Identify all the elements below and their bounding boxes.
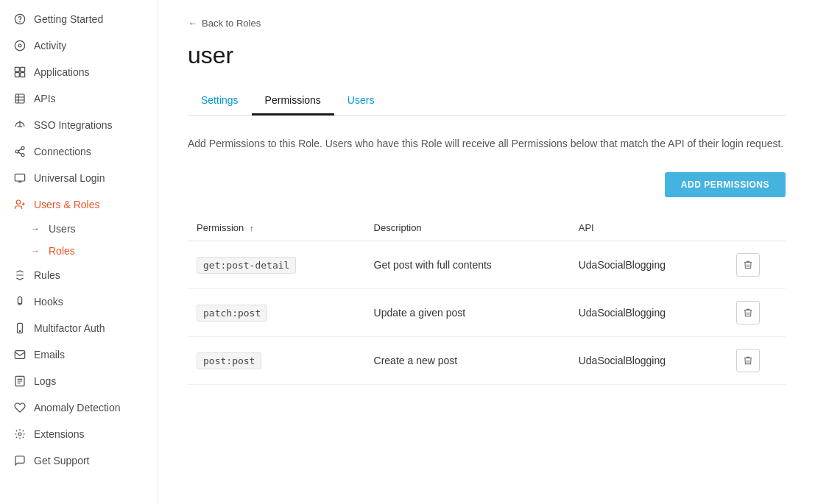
- sidebar-sub-item-label-roles: Roles: [49, 245, 75, 257]
- col-permission-label: Permission: [197, 222, 244, 233]
- action-cell: [727, 241, 786, 289]
- sidebar-item-label-emails: Emails: [34, 349, 65, 361]
- api-cell: UdaSocialBlogging: [570, 289, 728, 337]
- sidebar-item-label-extensions: Extensions: [34, 428, 84, 440]
- sidebar-item-label-rules: Rules: [34, 269, 60, 281]
- sort-arrow-icon: ↑: [250, 224, 254, 233]
- sidebar-item-sso[interactable]: SSO Integrations: [0, 112, 158, 138]
- svg-rect-8: [15, 94, 24, 103]
- sidebar-item-label-connections: Connections: [34, 146, 91, 157]
- svg-rect-7: [21, 73, 25, 77]
- circle-question-icon: [13, 13, 27, 26]
- sso-icon: [13, 118, 27, 132]
- col-actions-header: [727, 215, 786, 241]
- permissions-table: Permission ↑ Description API get:post-de…: [188, 215, 786, 385]
- main-content-area: ← Back to Roles user Settings Permission…: [158, 0, 815, 504]
- anomaly-icon: [13, 401, 27, 414]
- table-row: post:postCreate a new postUdaSocialBlogg…: [188, 337, 786, 385]
- sidebar-item-multifactor[interactable]: Multifactor Auth: [0, 315, 158, 341]
- description-cell: Create a new post: [365, 337, 570, 385]
- applications-icon: [13, 65, 27, 79]
- sidebar-item-label-logs: Logs: [34, 375, 56, 387]
- sidebar-item-label-universal-login: Universal Login: [34, 172, 105, 184]
- support-icon: [13, 454, 27, 467]
- logs-icon: [13, 375, 27, 388]
- svg-point-10: [15, 150, 18, 153]
- permission-cell: get:post-detail: [188, 241, 365, 289]
- svg-rect-16: [15, 351, 24, 359]
- col-api-label: API: [579, 222, 594, 233]
- sidebar-item-applications[interactable]: Applications: [0, 59, 158, 85]
- sidebar-item-connections[interactable]: Connections: [0, 138, 158, 165]
- svg-rect-4: [15, 67, 19, 71]
- col-description-header: Description: [365, 215, 570, 241]
- svg-rect-5: [21, 67, 25, 71]
- col-permission-header[interactable]: Permission ↑: [188, 215, 365, 241]
- tabs-container: Settings Permissions Users: [188, 87, 786, 116]
- sidebar-item-extensions[interactable]: Extensions: [0, 421, 158, 447]
- add-permissions-button[interactable]: ADD PERMISSIONS: [665, 172, 786, 197]
- sidebar-item-anomaly[interactable]: Anomaly Detection: [0, 394, 158, 421]
- col-api-header: API: [570, 215, 728, 241]
- sidebar-sub-item-users[interactable]: → Users: [0, 218, 158, 240]
- sidebar-item-label-hooks: Hooks: [34, 296, 63, 308]
- delete-permission-button[interactable]: [736, 253, 760, 277]
- svg-point-3: [18, 44, 21, 47]
- sidebar-item-hooks[interactable]: Hooks: [0, 288, 158, 315]
- sidebar-item-universal-login[interactable]: Universal Login: [0, 165, 158, 191]
- svg-point-13: [16, 200, 20, 204]
- tab-users[interactable]: Users: [334, 87, 388, 116]
- permission-code: get:post-detail: [197, 257, 296, 274]
- svg-point-11: [21, 154, 24, 157]
- sidebar-item-rules[interactable]: Rules: [0, 262, 158, 288]
- svg-point-15: [19, 330, 20, 331]
- sidebar-item-label-getting-started: Getting Started: [34, 13, 103, 25]
- sidebar-item-getting-started[interactable]: Getting Started: [0, 6, 158, 32]
- sidebar-item-label-apis: APIs: [34, 93, 56, 104]
- svg-point-1: [20, 21, 21, 22]
- emails-icon: [13, 348, 27, 361]
- sidebar-item-logs[interactable]: Logs: [0, 368, 158, 394]
- sidebar-item-label-anomaly: Anomaly Detection: [34, 402, 121, 414]
- table-row: get:post-detailGet post with full conten…: [188, 241, 786, 289]
- sidebar-item-apis[interactable]: APIs: [0, 85, 158, 112]
- sidebar-item-emails[interactable]: Emails: [0, 341, 158, 368]
- table-row: patch:postUpdate a given postUdaSocialBl…: [188, 289, 786, 337]
- delete-permission-button[interactable]: [736, 301, 760, 324]
- tab-permissions[interactable]: Permissions: [252, 87, 334, 116]
- col-description-label: Description: [374, 222, 422, 233]
- api-cell: UdaSocialBlogging: [570, 337, 728, 385]
- tab-settings-label: Settings: [201, 94, 239, 106]
- activity-icon: [13, 39, 27, 52]
- tab-settings[interactable]: Settings: [188, 87, 252, 116]
- permission-code: patch:post: [197, 305, 267, 322]
- back-label: Back to Roles: [202, 18, 261, 29]
- svg-point-18: [18, 433, 21, 436]
- action-cell: [727, 289, 786, 337]
- apis-icon: [13, 92, 27, 105]
- hooks-icon: [13, 295, 27, 308]
- arrow-icon: →: [31, 224, 40, 234]
- extensions-icon: [13, 427, 27, 441]
- description-cell: Update a given post: [365, 289, 570, 337]
- permission-cell: patch:post: [188, 289, 365, 337]
- sidebar-item-support[interactable]: Get Support: [0, 447, 158, 474]
- sidebar-item-users-roles[interactable]: Users & Roles: [0, 191, 158, 218]
- back-to-roles-link[interactable]: ← Back to Roles: [188, 18, 786, 29]
- sidebar-sub-item-label-users: Users: [49, 223, 76, 235]
- svg-point-9: [21, 146, 24, 149]
- permission-cell: post:post: [188, 337, 365, 385]
- permissions-description: Add Permissions to this Role. Users who …: [188, 136, 786, 152]
- rules-icon: [13, 269, 27, 282]
- multifactor-icon: [13, 322, 27, 335]
- sidebar-item-label-users-roles: Users & Roles: [34, 199, 99, 210]
- delete-permission-button[interactable]: [736, 349, 760, 372]
- sidebar-item-label-multifactor: Multifactor Auth: [34, 322, 105, 334]
- sidebar-sub-item-roles[interactable]: → Roles: [0, 240, 158, 262]
- svg-rect-6: [15, 73, 19, 77]
- api-cell: UdaSocialBlogging: [570, 241, 728, 289]
- sidebar-item-label-applications: Applications: [34, 66, 90, 78]
- connections-icon: [13, 145, 27, 158]
- sidebar-item-activity[interactable]: Activity: [0, 32, 158, 59]
- permission-code: post:post: [197, 352, 261, 369]
